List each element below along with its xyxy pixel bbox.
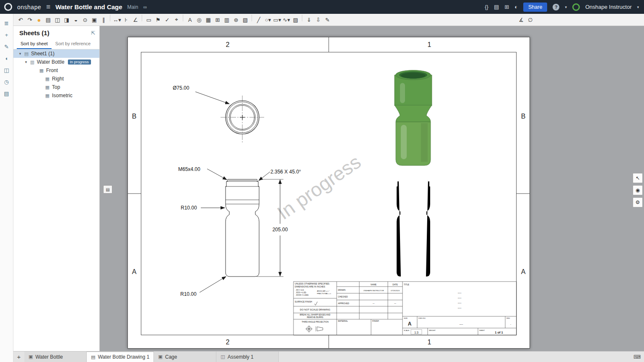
geometric-tolerance-icon[interactable]: ⌖ bbox=[172, 15, 181, 25]
tb-note2: DIMENSIONS ARE IN INCHES bbox=[295, 285, 325, 288]
comment-icon[interactable]: ◖ bbox=[2, 53, 12, 63]
sheet-thumbnail-button[interactable]: ▤ bbox=[103, 185, 112, 194]
break-view-icon[interactable]: ∥ bbox=[99, 15, 108, 25]
insert-view-icon[interactable]: ▤ bbox=[44, 15, 52, 25]
hatch-icon[interactable]: ▨ bbox=[291, 15, 300, 25]
divider[interactable] bbox=[252, 15, 252, 21]
label-icon[interactable]: ⚑ bbox=[154, 15, 162, 25]
dim-diameter[interactable]: Ø75.00 bbox=[173, 85, 190, 91]
toolbar-icon-group: ↶ ↷ ● ▤ ◫ ◨ ◒ ⊙ ▣ ∥ ↔▾ bbox=[16, 15, 332, 25]
sheet-row[interactable]: ▾ ▤ Sheet1 (1) bbox=[13, 49, 99, 58]
redo-icon[interactable]: ↷ bbox=[26, 15, 34, 25]
document-title[interactable]: Water Bottle and Cage bbox=[55, 3, 122, 10]
dimension-icon[interactable]: ↔▾ bbox=[113, 15, 121, 25]
tb-tol3: .XXXX = ±.000- bbox=[296, 294, 309, 296]
bom-table-icon[interactable]: ▥ bbox=[223, 15, 231, 25]
view-row[interactable]: ▦ Right bbox=[13, 75, 99, 83]
theme-icon[interactable]: ◐ bbox=[514, 4, 518, 10]
help-caret-icon[interactable]: ▾ bbox=[565, 5, 567, 9]
dim-thread[interactable]: M65x4.00 bbox=[178, 166, 200, 172]
view-row[interactable]: ▦ Isometric bbox=[13, 91, 99, 100]
text-icon[interactable]: A bbox=[186, 15, 194, 25]
export-pdf-icon[interactable]: ⇩ bbox=[314, 15, 322, 25]
main-menu-icon[interactable]: ≡ bbox=[46, 3, 50, 11]
dim-radius-bottom[interactable]: R10.00 bbox=[180, 291, 197, 297]
branch-label[interactable]: Main bbox=[127, 4, 138, 10]
user-avatar[interactable] bbox=[572, 3, 580, 11]
part-row[interactable]: ▾ ▥ Water Bottle In progress bbox=[13, 58, 99, 66]
divider[interactable] bbox=[142, 15, 143, 21]
zone-top-left: 2 bbox=[226, 41, 230, 48]
table-icon[interactable]: ▦ bbox=[204, 15, 213, 25]
view-row[interactable]: ▦ Top bbox=[13, 83, 99, 91]
user-caret-icon[interactable]: ▾ bbox=[637, 5, 639, 9]
balloon-icon[interactable]: ⊚ bbox=[232, 15, 240, 25]
tab-water-bottle-drawing[interactable]: ▤ Water Bottle Drawing 1 bbox=[87, 352, 154, 362]
parts-icon[interactable]: ◫ bbox=[2, 65, 12, 75]
tab-sort-by-reference[interactable]: Sort by reference bbox=[52, 39, 94, 49]
divider[interactable] bbox=[110, 15, 111, 21]
help-icon[interactable]: ? bbox=[553, 4, 559, 10]
history-icon[interactable]: ◷ bbox=[2, 77, 12, 87]
tab-water-bottle[interactable]: ▣ Water Bottle bbox=[24, 352, 87, 362]
clear-measure-icon[interactable]: ∅ bbox=[526, 15, 535, 25]
revision-table-icon[interactable]: ▧ bbox=[241, 15, 249, 25]
section-view-icon[interactable]: ◒ bbox=[72, 15, 80, 25]
spline-icon[interactable]: ∿▾ bbox=[282, 15, 291, 25]
dim-chamfer[interactable]: 2.356 X 45.0° bbox=[270, 169, 301, 175]
learning-center-icon[interactable]: ▤ bbox=[494, 4, 499, 10]
drawing-sheet[interactable]: 2 1 2 1 B A B A In progress bbox=[127, 37, 530, 349]
appearance-icon[interactable]: ✎ bbox=[2, 41, 12, 52]
view-label: Top bbox=[52, 84, 60, 90]
zoom-search-icon[interactable]: ◎ bbox=[195, 15, 203, 25]
chamfer-dimension-icon[interactable]: ∠ bbox=[131, 15, 140, 25]
link-icon[interactable]: ∞ bbox=[143, 4, 147, 10]
popout-icon[interactable]: ⇱ bbox=[91, 30, 95, 36]
settings-button[interactable]: ⚙ bbox=[633, 197, 643, 207]
feature-panel-icon[interactable]: ≣ bbox=[2, 18, 12, 28]
line-icon[interactable]: ╱ bbox=[254, 15, 263, 25]
share-button[interactable]: Share bbox=[523, 3, 547, 12]
collapse-caret-icon[interactable]: ▾ bbox=[18, 52, 23, 56]
user-name[interactable]: Onshape Instructor bbox=[585, 4, 632, 10]
update-views-icon[interactable]: ● bbox=[35, 15, 43, 25]
tb-title-line3: ---- bbox=[458, 301, 462, 304]
drawing-icon: ▤ bbox=[91, 354, 95, 360]
circle-icon[interactable]: ○▾ bbox=[264, 15, 272, 25]
undo-icon[interactable]: ↶ bbox=[16, 15, 25, 25]
collapse-caret-icon[interactable]: ▾ bbox=[23, 60, 29, 64]
view-label: Right bbox=[52, 76, 64, 82]
tab-assembly[interactable]: ◫ Assembly 1 bbox=[216, 352, 279, 362]
dim-radius-top[interactable]: R10.00 bbox=[181, 205, 197, 211]
hole-table-icon[interactable]: ⊞ bbox=[213, 15, 222, 25]
zone-left-a: A bbox=[132, 268, 137, 275]
surface-finish-icon[interactable]: ✓ bbox=[163, 15, 171, 25]
insert-icon[interactable]: + bbox=[2, 30, 12, 40]
tab-cage[interactable]: ▣ Cage bbox=[154, 352, 216, 362]
crop-view-icon[interactable]: ▣ bbox=[90, 15, 99, 25]
shortcuts-button[interactable]: ⌨ bbox=[634, 352, 644, 362]
sketch-pencil-icon[interactable]: ✎ bbox=[323, 15, 332, 25]
tab-sort-by-sheet[interactable]: Sort by sheet bbox=[17, 39, 52, 49]
featurescript-icon[interactable]: {} bbox=[485, 4, 488, 10]
drawing-canvas[interactable]: 2 1 2 1 B A B A In progress bbox=[100, 26, 644, 352]
ordinate-dimension-icon[interactable]: ⊦ bbox=[122, 15, 130, 25]
view-row-front[interactable]: ▦ Front bbox=[13, 66, 99, 75]
note-icon[interactable]: ▭ bbox=[145, 15, 153, 25]
measure-icon[interactable]: ∡ bbox=[517, 15, 525, 25]
drawing-view-isometric[interactable] bbox=[395, 70, 432, 166]
notes-icon[interactable]: ▤ bbox=[2, 88, 12, 98]
divider[interactable] bbox=[183, 15, 184, 21]
view-options-button[interactable]: ◉ bbox=[633, 185, 643, 195]
rectangle-icon[interactable]: ▭▾ bbox=[273, 15, 281, 25]
selection-filter-button[interactable]: ↖ bbox=[633, 173, 643, 183]
new-tab-button[interactable]: + bbox=[13, 352, 24, 362]
projected-view-icon[interactable]: ◫ bbox=[53, 15, 62, 25]
export-dxf-icon[interactable]: ⇓ bbox=[305, 15, 313, 25]
tb-size-value: A bbox=[408, 321, 412, 327]
divider[interactable] bbox=[302, 15, 303, 21]
auxiliary-view-icon[interactable]: ◨ bbox=[62, 15, 71, 25]
app-store-icon[interactable]: ⊞ bbox=[504, 4, 509, 10]
dim-height[interactable]: 205.00 bbox=[273, 227, 288, 233]
detail-view-icon[interactable]: ⊙ bbox=[81, 15, 89, 25]
